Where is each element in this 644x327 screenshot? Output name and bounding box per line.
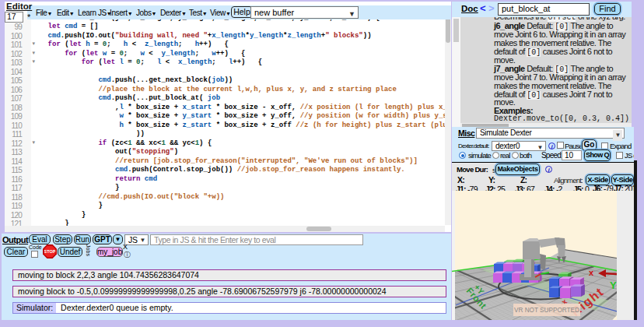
svg-text:Y: Y	[610, 280, 617, 291]
svg-text:VR NOT SUPPORTED: VR NOT SUPPORTED	[514, 307, 579, 314]
svg-text:x: x	[589, 268, 594, 277]
